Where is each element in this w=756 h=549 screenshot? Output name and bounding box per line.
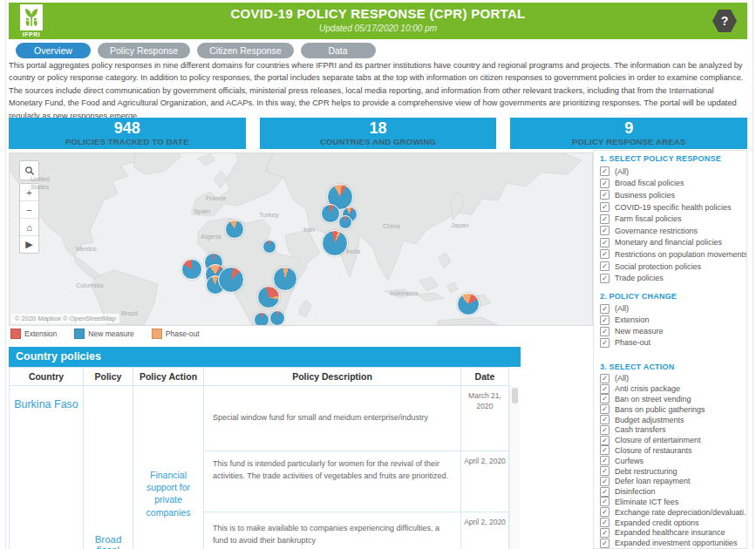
home-button[interactable]: ⌂ [20, 219, 38, 236]
checkbox-checked-icon[interactable]: ✓ [600, 539, 610, 548]
checkbox-checked-icon[interactable]: ✓ [600, 238, 610, 247]
map-pie-marker[interactable] [218, 267, 244, 293]
policy-description-cell[interactable]: Special window fund for small and meidum… [204, 386, 461, 451]
filter-checkbox-item[interactable]: ✓Governance restrictions [600, 225, 745, 237]
checkbox-checked-icon[interactable]: ✓ [600, 214, 610, 224]
date-cell[interactable]: April 2, 2020 [461, 512, 509, 549]
col-header-policy-description: Policy Description [204, 368, 461, 386]
filter-checkbox-item[interactable]: ✓Exchange rate depreciation/devaluati... [600, 507, 745, 518]
filter-checkbox-item[interactable]: ✓Expanded investment opportunities [600, 538, 745, 548]
filter-checkbox-item[interactable]: ✓Closure of entertainment [600, 435, 745, 445]
map-pie-marker[interactable] [262, 240, 276, 254]
checkbox-checked-icon[interactable]: ✓ [600, 190, 610, 200]
filter-checkbox-item[interactable]: ✓Ban on street vending [600, 394, 745, 404]
filter-checkbox-item[interactable]: ✓Trade policies [600, 272, 745, 284]
filter-checkbox-item[interactable]: ✓Cash transfers [600, 424, 745, 435]
checkbox-checked-icon[interactable]: ✓ [600, 261, 610, 271]
pan-button[interactable]: ▶ [20, 236, 38, 253]
col-header-country: Country [10, 368, 84, 386]
filter-checkbox-item[interactable]: ✓(All) [600, 303, 745, 315]
checkbox-checked-icon[interactable]: ✓ [600, 274, 610, 283]
checkbox-checked-icon[interactable]: ✓ [600, 528, 610, 538]
checkbox-checked-icon[interactable]: ✓ [600, 249, 610, 259]
checkbox-checked-icon[interactable]: ✓ [600, 445, 610, 455]
filter-checkbox-item[interactable]: ✓COVID-19 specific health policies [600, 201, 745, 214]
checkbox-checked-icon[interactable]: ✓ [600, 338, 610, 348]
checkbox-checked-icon[interactable]: ✓ [600, 404, 610, 414]
policy-action-cell[interactable]: Financial support for private companies [133, 386, 204, 549]
country-cell[interactable]: Burkina Faso [10, 386, 84, 549]
filter-checkbox-item[interactable]: ✓Phase-out [600, 337, 745, 349]
filter-checkbox-item[interactable]: ✓(All) [600, 374, 745, 384]
map-pie-marker[interactable] [225, 220, 244, 239]
filter-checkbox-item[interactable]: ✓Disinfection [600, 486, 745, 497]
filter-checkbox-item[interactable]: ✓(All) [600, 166, 745, 178]
tab-policy-response[interactable]: Policy Response [98, 43, 190, 58]
checkbox-checked-icon[interactable]: ✓ [600, 436, 610, 445]
page-title: COVID-19 POLICY RESPONSE (CPR) PORTAL [9, 6, 747, 21]
filter-checkbox-item[interactable]: ✓Eliminate ICT fees [600, 497, 745, 507]
filter-checkbox-item[interactable]: ✓Restrictions on population movements [600, 248, 745, 261]
checkbox-checked-icon[interactable]: ✓ [600, 315, 610, 325]
checkbox-checked-icon[interactable]: ✓ [600, 466, 610, 476]
checkbox-checked-icon[interactable]: ✓ [600, 304, 610, 314]
table-scrollbar-thumb[interactable] [512, 388, 518, 403]
policy-description-cell[interactable]: This fund is intended particularly for w… [204, 451, 461, 512]
checkbox-checked-icon[interactable]: ✓ [600, 384, 610, 394]
checkbox-checked-icon[interactable]: ✓ [600, 179, 610, 188]
filter-checkbox-item[interactable]: ✓Broad fiscal policies [600, 178, 745, 190]
map-pie-marker[interactable] [273, 267, 297, 291]
tab-citizen-response[interactable]: Citizen Response [197, 43, 293, 58]
zoom-out-button[interactable]: − [20, 201, 38, 219]
checkbox-checked-icon[interactable]: ✓ [600, 327, 610, 336]
checkbox-checked-icon[interactable]: ✓ [600, 487, 610, 497]
map-pie-marker[interactable] [322, 230, 348, 256]
map-pie-marker[interactable] [457, 293, 480, 315]
map-pie-marker[interactable] [181, 259, 202, 280]
filter-checkbox-item[interactable]: ✓Expanded healthcare insurance [600, 527, 745, 538]
table-scrollbar[interactable] [509, 386, 520, 549]
map-pie-marker[interactable] [257, 286, 280, 308]
checkbox-checked-icon[interactable]: ✓ [600, 425, 610, 435]
tab-overview[interactable]: Overview [16, 43, 91, 58]
filter-checkbox-item[interactable]: ✓Defer loan repayment [600, 476, 745, 486]
filter-checkbox-item[interactable]: ✓Monetary and financial policies [600, 237, 745, 249]
legend-item: Extension [10, 329, 57, 339]
filter-checkbox-item[interactable]: ✓Closure of restaurants [600, 445, 745, 456]
filter-checkbox-item[interactable]: ✓Curfews [600, 456, 745, 466]
filter-checkbox-item[interactable]: ✓Budget adjustments [600, 415, 745, 425]
checkbox-checked-icon[interactable]: ✓ [600, 518, 610, 527]
map-pie-marker[interactable] [269, 310, 285, 326]
policy-description-cell[interactable]: This is to make available to companies e… [204, 512, 461, 549]
filter-checkbox-item[interactable]: ✓Business policies [600, 189, 745, 201]
checkbox-checked-icon[interactable]: ✓ [600, 226, 610, 235]
date-cell[interactable]: March 21, 2020 [461, 386, 509, 451]
checkbox-checked-icon[interactable]: ✓ [600, 415, 610, 424]
stat-value: 948 [9, 119, 246, 137]
filter-checkbox-item[interactable]: ✓New measure [600, 326, 745, 337]
checkbox-checked-icon[interactable]: ✓ [600, 507, 610, 517]
map-zoom-controls: + − ⌂ ▶ [19, 183, 39, 254]
map-pie-marker[interactable] [254, 312, 269, 326]
world-map[interactable]: + − ⌂ ▶ © 2020 Mapbox © OpenStreetMap Un… [9, 152, 593, 326]
map-pie-marker[interactable] [338, 215, 352, 229]
tab-data[interactable]: Data [301, 43, 376, 58]
checkbox-checked-icon[interactable]: ✓ [600, 497, 610, 506]
checkbox-checked-icon[interactable]: ✓ [600, 374, 610, 383]
filter-checkbox-item[interactable]: ✓Farm fiscal policies [600, 213, 745, 225]
filter-checkbox-item[interactable]: ✓Anti crisis package [600, 383, 745, 394]
checkbox-checked-icon[interactable]: ✓ [600, 166, 610, 176]
checkbox-checked-icon[interactable]: ✓ [600, 394, 610, 403]
filter-checkbox-item[interactable]: ✓Debt restructuring [600, 466, 745, 477]
map-attribution[interactable]: © 2020 Mapbox © OpenStreetMap [11, 314, 119, 323]
map-pie-marker[interactable] [321, 204, 340, 223]
filter-checkbox-item[interactable]: ✓Social protection policies [600, 261, 745, 273]
checkbox-checked-icon[interactable]: ✓ [600, 202, 610, 212]
checkbox-checked-icon[interactable]: ✓ [600, 477, 610, 486]
checkbox-checked-icon[interactable]: ✓ [600, 456, 610, 465]
filter-checkbox-item[interactable]: ✓Bans on public gatherings [600, 404, 745, 415]
policy-cell[interactable]: Broad fiscal [84, 386, 133, 549]
filter-checkbox-item[interactable]: ✓Expanded credit options [600, 518, 745, 528]
date-cell[interactable]: April 2, 2020 [461, 451, 509, 512]
filter-checkbox-item[interactable]: ✓Extension [600, 315, 745, 326]
